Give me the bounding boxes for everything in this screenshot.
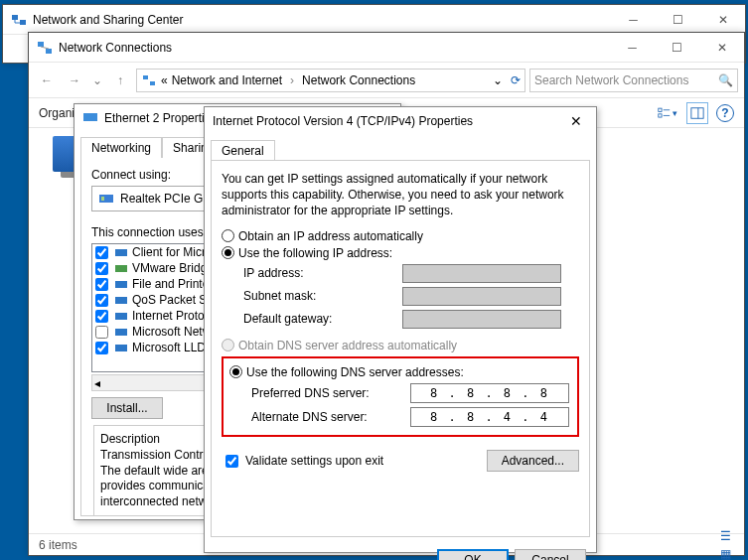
checkbox-input[interactable] [225,455,238,468]
search-placeholder: Search Network Connections [534,73,688,87]
svg-rect-11 [691,107,703,118]
alternate-dns-input[interactable]: 8 . 8 . 4 . 4 [410,407,569,427]
component-icon [114,341,128,354]
window-buttons: ─ ☐ ✕ [610,33,744,62]
radio-use-ip[interactable]: Use the following IP address: [222,246,579,260]
tab-body-general: You can get IP settings assigned automat… [211,160,590,537]
forward-button[interactable]: → [63,69,86,92]
breadcrumb-seg2[interactable]: Network Connections [302,73,415,87]
details-view-icon[interactable]: ☰ [716,527,734,545]
close-button[interactable]: ✕ [564,113,588,129]
dialog-titlebar: Internet Protocol Version 4 (TCP/IPv4) P… [205,107,596,135]
component-icon [114,293,128,307]
view-toggles: ☰ ▦ [716,527,734,561]
svg-line-4 [41,47,49,49]
window-title: Network and Sharing Center [33,13,611,27]
refresh-icon[interactable]: ⟳ [511,73,521,87]
intro-text: You can get IP settings assigned automat… [222,171,579,219]
svg-rect-19 [115,297,127,304]
item-count: 6 items [39,538,77,552]
window-buttons: ─ ☐ ✕ [611,5,745,34]
radio-use-dns[interactable]: Use the following DNS server addresses: [229,365,571,379]
svg-rect-5 [143,75,148,79]
radio-icon [222,229,234,242]
breadcrumb-seg1[interactable]: Network and Internet [172,73,282,87]
adapter-icon [82,110,98,126]
alternate-dns-label: Alternate DNS server: [251,410,400,424]
ok-button[interactable]: OK [437,549,509,560]
preferred-dns-input[interactable]: 8 . 8 . 8 . 8 [410,383,569,403]
svg-rect-3 [46,49,52,54]
component-checkbox[interactable] [95,262,108,275]
svg-rect-21 [115,329,127,336]
svg-rect-13 [83,113,97,121]
ip-address-input[interactable] [402,264,561,283]
dns-highlight-box: Use the following DNS server addresses: … [222,356,579,437]
component-icon [114,261,128,275]
radio-obtain-dns: Obtain DNS server address automatically [222,339,579,352]
subnet-mask-input[interactable] [402,287,561,306]
tabs: General [211,139,590,160]
nav-toolbar: ← → ⌄ ↑ « Network and Internet › Network… [29,63,744,98]
maximize-button[interactable]: ☐ [656,5,700,34]
recent-dropdown[interactable]: ⌄ [90,69,104,92]
back-button[interactable]: ← [35,69,59,92]
scroll-left-icon[interactable]: ◂ [94,376,100,390]
minimize-button[interactable]: ─ [610,33,655,62]
radio-icon [222,339,234,351]
svg-rect-18 [115,281,127,288]
svg-rect-1 [20,20,26,25]
cancel-button[interactable]: Cancel [515,549,586,560]
view-layout-icon[interactable]: ▾ [657,102,678,124]
component-icon [114,277,128,291]
install-button[interactable]: Install... [91,397,163,419]
search-box[interactable]: Search Network Connections 🔍 [529,69,738,92]
maximize-button[interactable]: ☐ [655,33,699,62]
address-bar[interactable]: « Network and Internet › Network Connect… [136,69,525,92]
component-icon [114,325,128,339]
tab-general[interactable]: General [211,140,275,161]
help-icon[interactable]: ? [716,104,734,122]
preview-pane-icon[interactable] [686,102,708,124]
dialog-buttons: OK Cancel [205,543,596,560]
default-gateway-input[interactable] [402,310,561,329]
network-sharing-icon [11,12,27,28]
svg-rect-7 [659,108,662,111]
radio-icon [229,365,242,378]
component-icon [114,309,128,323]
component-icon [114,245,128,259]
preferred-dns-label: Preferred DNS server: [251,386,400,400]
radio-obtain-ip[interactable]: Obtain an IP address automatically [222,229,579,243]
titlebar-connections: Network Connections ─ ☐ ✕ [29,33,744,63]
svg-rect-6 [150,81,155,85]
dialog-ipv4-properties: Internet Protocol Version 4 (TCP/IPv4) P… [204,106,597,553]
close-button[interactable]: ✕ [700,5,745,34]
location-icon [141,72,157,88]
component-checkbox[interactable] [95,342,108,354]
titlebar-sharing: Network and Sharing Center ─ ☐ ✕ [3,5,745,35]
advanced-button[interactable]: Advanced... [487,450,579,472]
svg-rect-2 [38,42,44,47]
component-checkbox[interactable] [95,278,108,291]
svg-rect-16 [115,249,127,256]
svg-rect-17 [115,265,127,272]
dialog-title: Ethernet 2 Properties [104,111,217,125]
minimize-button[interactable]: ─ [611,5,656,34]
component-checkbox[interactable] [95,246,108,259]
adapter-card-icon [98,191,114,207]
component-checkbox[interactable] [95,294,108,307]
address-dropdown-icon[interactable]: ⌄ [493,73,503,87]
default-gateway-label: Default gateway: [243,312,392,326]
component-checkbox[interactable] [95,310,108,323]
breadcrumb-prefix: « [161,73,168,87]
up-button[interactable]: ↑ [108,69,132,92]
close-button[interactable]: ✕ [699,33,744,62]
network-connections-icon [37,40,53,56]
icons-view-icon[interactable]: ▦ [716,545,734,561]
component-checkbox[interactable] [95,326,108,339]
ip-fields: IP address: Subnet mask: Default gateway… [243,264,579,329]
validate-checkbox[interactable]: Validate settings upon exit [222,452,383,471]
tab-networking[interactable]: Networking [80,137,162,158]
svg-rect-22 [115,345,127,351]
search-icon[interactable]: 🔍 [718,73,733,87]
